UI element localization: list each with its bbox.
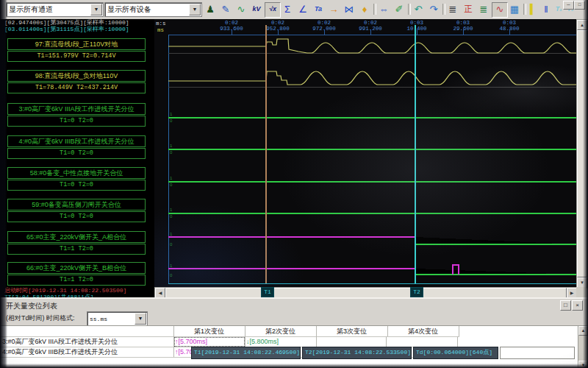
channel-values: T1=0 T2=0 <box>7 148 146 159</box>
chevron-down-icon[interactable]: ▼ <box>90 4 102 15</box>
app-window: 显示所有通道 ▼ 显示所有设备 ▼ ♟ ✎ ∿ kV √x Σ ∠ Ta → ⋈… <box>0 0 588 368</box>
minimize-button[interactable]: ─ <box>563 1 574 10</box>
channel-label: 97:直流母线I段_正110V对地 <box>7 38 146 50</box>
event-table-header <box>0 326 174 337</box>
fit-width-icon[interactable]: ⇔ <box>376 2 391 16</box>
channel-item-3[interactable]: 3:#0高厂变6kV IIIA段工作进线开关分位 T1=0 T2=0 <box>7 103 146 127</box>
timeline-ruler <box>168 29 576 35</box>
toolbar: 显示所有通道 ▼ 显示所有设备 ▼ ♟ ✎ ∿ kV √x Σ ∠ Ta → ⋈… <box>0 0 588 20</box>
event-cell[interactable]: ↓[5.800ms] <box>245 336 317 347</box>
svg-text:0: 0 <box>170 183 173 187</box>
svg-text:1: 1 <box>170 263 173 268</box>
channel-list-icon[interactable]: ≣ <box>476 2 491 16</box>
status-empty-field <box>500 347 575 359</box>
time-format-select[interactable]: ss.ms ▼ <box>87 311 148 326</box>
time-format-label: (相对Td时间) 时间格式: <box>6 314 75 323</box>
trace-ch97 <box>168 39 576 53</box>
waveform-area[interactable]: m:s ms 0:02933.600 0:02952.800 0:02972.0… <box>154 19 576 287</box>
channel-label: 98:直流母线I段_负对地110V <box>7 70 146 82</box>
trace-ch98 <box>168 71 576 85</box>
list-icon[interactable]: ≣ <box>445 2 460 16</box>
vertical-scrollbar[interactable]: ▲ ▼ <box>576 19 588 289</box>
channel-item-65[interactable]: 65:#0主变_220kV侧开关_A相合位 T1=1 T2=0 <box>7 231 146 255</box>
event-cell[interactable] <box>387 336 458 347</box>
status-t2-time: T2[2019-12-31 14:08:22.533500] <box>302 347 412 359</box>
svg-text:0: 0 <box>170 118 173 123</box>
status-td-delta: Td[0:00.064000][640点] <box>413 347 498 359</box>
channel-filter-select[interactable]: 显示所有通道 ▼ <box>6 2 104 17</box>
channel-label: 58:#0备变_中性点接地开关合位 <box>7 167 146 179</box>
fault-wave-icon[interactable]: ∿ <box>492 2 508 18</box>
annotate-icon[interactable]: ✐ <box>392 2 406 16</box>
polarity-icon[interactable]: 正 <box>461 2 476 16</box>
redo-icon[interactable]: ↷ <box>426 2 441 16</box>
time-format-value: ss.ms <box>90 316 107 322</box>
trace-ch65-low <box>415 237 576 244</box>
grid-icon[interactable]: ▦ <box>507 2 522 16</box>
cursor-t2-tag[interactable]: T2 <box>410 287 423 297</box>
sqrt-icon[interactable]: √x <box>265 2 281 18</box>
channel-label: 66:#0主变_220kV侧开关_B相合位 <box>7 262 146 274</box>
wave-icon[interactable]: ∿ <box>234 2 248 16</box>
close-icon[interactable]: × <box>572 300 583 311</box>
event-row-name[interactable]: 4:#0高厂变6kV IIIB段工作进线开关分位 <box>0 347 174 358</box>
pin-icon[interactable]: □ <box>560 300 571 311</box>
channel-item-4[interactable]: 4:#0高厂变6kV IIIB段工作进线开关分位 T1=0 T2=0 <box>7 135 146 159</box>
scroll-left-icon[interactable]: ◀ <box>155 288 165 298</box>
cursor-t1-tag[interactable]: T1 <box>261 287 274 297</box>
cursor-t2-info: [03.011400s][第31115点][采样率:10000] <box>4 26 151 32</box>
event-table-header: 第1次变位 <box>173 326 245 337</box>
event-cell[interactable] <box>316 336 387 347</box>
event-table-header: 第3次变位 <box>316 326 388 337</box>
scroll-right-icon[interactable]: ▶ <box>567 288 577 298</box>
event-table-header: 第4次变位 <box>387 326 459 337</box>
trace-digital-low <box>168 118 576 213</box>
channel-label: 3:#0高厂变6kV IIIA段工作进线开关分位 <box>7 103 146 115</box>
event-row-name[interactable]: 3:#0高厂变6kV IIIA段工作进线开关分位 <box>0 336 174 347</box>
undo-icon[interactable]: ↶ <box>411 2 426 16</box>
kv-icon[interactable]: kV <box>249 2 264 16</box>
waveform-plot: 10 10 10 10 10 10 <box>154 19 576 287</box>
svg-text:0: 0 <box>170 214 173 219</box>
channel-label: 4:#0高厂变6kV IIIB段工作进线开关分位 <box>7 135 146 147</box>
event-table-scrollbar[interactable]: ▲ ▼ <box>578 325 588 368</box>
sum-icon[interactable]: Σ <box>280 2 295 16</box>
channel-filter-value: 显示所有通道 <box>9 5 53 13</box>
scrollbar-corner <box>576 287 587 297</box>
channel-values: T1=0 T2=0 <box>7 180 146 191</box>
channel-values: T1=1 T2=0 <box>7 275 146 286</box>
channel-item-98[interactable]: 98:直流母线I段_负对地110V T1=78.449V T2=437.214V <box>7 70 146 93</box>
edit-icon[interactable]: ✎ <box>218 2 233 16</box>
device-filter-select[interactable]: 显示所有设备 ▼ <box>104 2 202 17</box>
svg-text:1: 1 <box>170 144 173 148</box>
person-icon[interactable]: ♟ <box>203 2 218 16</box>
angle-icon[interactable]: ∠ <box>295 2 310 16</box>
svg-text:0: 0 <box>170 150 173 155</box>
channel-item-97[interactable]: 97:直流母线I段_正110V对地 T1=151.979V T2=0.714V <box>7 38 146 62</box>
jump-icon[interactable]: → <box>326 2 341 16</box>
maximize-button[interactable]: □ <box>574 1 585 10</box>
scrollbar-thumb[interactable] <box>577 30 587 277</box>
ta-icon[interactable]: Ta <box>311 2 326 16</box>
marker-icon[interactable]: ♦ <box>357 2 372 16</box>
zero-reference-lines <box>168 54 576 88</box>
channel-item-58[interactable]: 58:#0备变_中性点接地开关合位 T1=0 T2=0 <box>7 167 146 191</box>
channel-item-66[interactable]: 66:#0主变_220kV侧开关_B相合位 T1=1 T2=0 <box>7 262 146 286</box>
channel-values: T1=78.449V T2=437.214V <box>7 82 146 93</box>
scroll-up-icon[interactable]: ▲ <box>577 20 587 30</box>
channel-item-59[interactable]: 59:#0备变高压侧刀闸开关合位 T1=0 T2=0 <box>7 199 146 222</box>
svg-text:1: 1 <box>170 176 173 180</box>
scroll-down-icon[interactable]: ▼ <box>578 361 588 368</box>
scrollbar-thumb[interactable] <box>165 288 567 298</box>
compare-icon[interactable]: ⋈ <box>342 2 356 16</box>
event-cell[interactable]: ↑[5.700ms] <box>173 336 245 347</box>
scroll-down-icon[interactable]: ▼ <box>577 277 587 288</box>
svg-text:0: 0 <box>170 273 173 277</box>
device-filter-value: 显示所有设备 <box>107 5 151 13</box>
event-table-header: 第2次变位 <box>245 326 317 337</box>
scroll-up-icon[interactable]: ▲ <box>578 326 588 336</box>
svg-text:1: 1 <box>170 232 173 236</box>
chevron-down-icon[interactable]: ▼ <box>189 4 201 15</box>
trigger-time-info: 启动时间[2019-12-31 14:08:22.503500] <box>4 287 151 294</box>
chevron-down-icon[interactable]: ▼ <box>135 313 146 325</box>
